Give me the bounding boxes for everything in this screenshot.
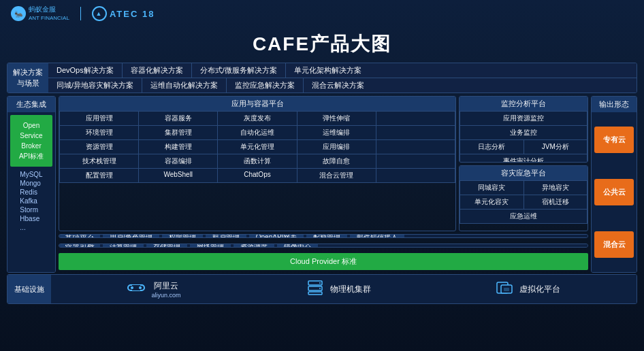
aliyun-name: 阿里云 — [154, 280, 178, 292]
virtual-text: 虚拟化平台 — [519, 284, 560, 295]
open-service-box: OpenServiceBrokerAPI标准 — [10, 115, 52, 167]
ant-icon: 🐜 — [11, 6, 26, 21]
solution-item: 单元化架构解决方案 — [285, 63, 370, 78]
app-cell — [376, 140, 455, 154]
tech-item: Redis — [20, 188, 37, 196]
solution-label: 解决方案 与场景 — [7, 63, 48, 93]
tech-item: Mongo — [20, 180, 41, 187]
center-panel: 应用与容器平台 应用管理 容器服务 灰度发布 弹性伸缩 环境管理 集群管理 自动… — [59, 96, 588, 273]
app-cell: 构建管理 — [139, 140, 217, 154]
base-item: OpenAPI网关 — [249, 234, 304, 238]
atec-logo: ▲ ATEC 18 — [92, 6, 155, 21]
disaster-title: 容灾应急平台 — [460, 166, 587, 180]
app-cell: 资源管理 — [60, 140, 138, 154]
app-cell: 自动化运维 — [218, 126, 296, 139]
solution-item: 容器化解决方案 — [122, 63, 191, 78]
private-cloud-btn: 专有云 — [594, 127, 634, 153]
virtual-name: 虚拟化平台 — [519, 284, 560, 295]
output-panel: 输出形态 专有云 公共云 混合云 — [591, 96, 637, 273]
monitor-cell: 事件审计分析 — [460, 154, 587, 163]
app-cell: 运维编排 — [297, 126, 376, 139]
app-cell — [376, 112, 455, 125]
app-cell: 技术栈管理 — [60, 154, 138, 168]
ant-financial-logo: 🐜 蚂蚁金服ANT FINANCIAL — [11, 5, 69, 22]
solution-item: 同城/异地容灾解决方案 — [48, 78, 142, 93]
ecology-title: 生态集成 — [7, 97, 55, 112]
app-cell — [376, 169, 455, 182]
main-layout: 解决方案 与场景 DevOps解决方案 容器化解决方案 分布式/微服务解决方案 … — [0, 63, 644, 273]
solution-item: DevOps解决方案 — [48, 63, 122, 78]
app-cell: 函数计算 — [218, 154, 296, 168]
base-item: 租户管理 — [206, 234, 246, 238]
container-engine-label: 容器引擎 — [59, 244, 100, 248]
hybrid-cloud-btn: 混合云 — [594, 231, 634, 258]
tech-item: Kafka — [20, 197, 37, 205]
app-platform-title: 应用与容器平台 — [59, 97, 455, 111]
solution-item: 运维自动化解决方案 — [142, 78, 226, 93]
disaster-panel: 容灾应急平台 同城容灾 异地容灾 单元化容灾 宿机迁移 应急运维 — [459, 165, 588, 232]
svg-point-2 — [131, 286, 133, 289]
aliyun-icon — [127, 281, 146, 298]
atec-circle-icon: ▲ — [92, 6, 107, 21]
footer: 基础设施 阿里云 aliyun.com — [7, 274, 637, 304]
app-cell: WebShell — [139, 169, 217, 182]
tech-item: MySQL — [20, 171, 42, 178]
footer-label: 基础设施 — [7, 275, 51, 303]
base-platform-row: 基础平台 用户/角色管理 权限管理 租户管理 OpenAPI网关 配额管理 邮件… — [59, 234, 588, 238]
virtual-icon — [495, 280, 514, 299]
monitor-cell: JVM分析 — [524, 140, 587, 154]
footer-items: 阿里云 aliyun.com 物理机集群 — [51, 275, 637, 303]
app-cell — [376, 126, 455, 139]
tech-item: ... — [20, 224, 25, 231]
physical-cluster-item: 物理机集群 — [306, 280, 371, 299]
app-cell: 环境管理 — [60, 126, 138, 139]
atec-text: ATEC 18 — [110, 9, 155, 19]
app-cell: 容器服务 — [139, 112, 217, 125]
cloud-provider-bar: Cloud Provider 标准 — [59, 253, 588, 270]
app-cell: 灰度发布 — [218, 112, 296, 125]
app-cell: 集群管理 — [139, 126, 217, 139]
physical-name: 物理机集群 — [330, 284, 371, 295]
disaster-cell: 宿机迁移 — [524, 195, 587, 209]
tech-item: Hbase — [20, 215, 39, 222]
disaster-cell: 异地容灾 — [524, 181, 587, 195]
svg-point-3 — [139, 286, 142, 289]
monitor-title: 监控分析平台 — [460, 97, 587, 111]
app-cell: 配置管理 — [60, 169, 138, 182]
solution-items: DevOps解决方案 容器化解决方案 分布式/微服务解决方案 单元化架构解决方案… — [48, 63, 637, 93]
base-item: 权限管理 — [162, 234, 203, 238]
monitor-panel: 监控分析平台 应用资源监控 业务监控 日志分析 JVM分析 事件审计分析 — [459, 96, 588, 163]
logo-divider — [80, 7, 81, 20]
engine-item: 资源调度 — [234, 244, 274, 248]
tech-item: Storm — [20, 206, 38, 214]
container-engine-row: 容器引擎 计算管理 存储管理 网络管理 资源调度 镜像中心 — [59, 244, 588, 248]
ecology-panel: 生态集成 OpenServiceBrokerAPI标准 MySQL Mongo … — [7, 96, 56, 273]
tech-items: MySQL Mongo Redis Kafka Storm Hbase ... — [18, 169, 44, 233]
ecology-content: OpenServiceBrokerAPI标准 MySQL Mongo Redis… — [7, 112, 55, 272]
app-cell: 容器编排 — [139, 154, 217, 168]
base-platform-label: 基础平台 — [59, 235, 100, 238]
solution-item: 监控应急解决方案 — [226, 78, 303, 93]
public-cloud-btn: 公共云 — [594, 179, 634, 205]
aliyun-item: 阿里云 aliyun.com — [127, 280, 180, 299]
aliyun-sub: aliyun.com — [151, 292, 180, 299]
svg-point-7 — [319, 282, 321, 284]
solution-item: 分布式/微服务解决方案 — [191, 63, 285, 78]
monitor-cell: 日志分析 — [460, 140, 524, 154]
app-cell: 弹性伸缩 — [297, 112, 376, 125]
svg-rect-6 — [308, 292, 322, 295]
engine-item: 计算管理 — [103, 244, 144, 248]
disaster-cell: 单元化容灾 — [460, 195, 524, 209]
solution-row: 解决方案 与场景 DevOps解决方案 容器化解决方案 分布式/微服务解决方案 … — [7, 63, 637, 93]
app-cell: 应用编排 — [297, 140, 376, 154]
app-cell: ChatOps — [218, 169, 296, 182]
virtual-platform-item: 虚拟化平台 — [495, 280, 560, 299]
output-content: 专有云 公共云 混合云 — [592, 112, 637, 272]
app-cell: 混合云管理 — [297, 169, 376, 182]
ant-financial-text: 蚂蚁金服ANT FINANCIAL — [29, 5, 69, 22]
disaster-cell: 应急运维 — [460, 210, 587, 223]
container-engine-items: 计算管理 存储管理 网络管理 资源调度 镜像中心 — [100, 244, 587, 248]
app-cell: 单元化管理 — [218, 140, 296, 154]
page-title: CAFE产品大图 — [0, 27, 644, 63]
server-icon — [306, 280, 325, 299]
